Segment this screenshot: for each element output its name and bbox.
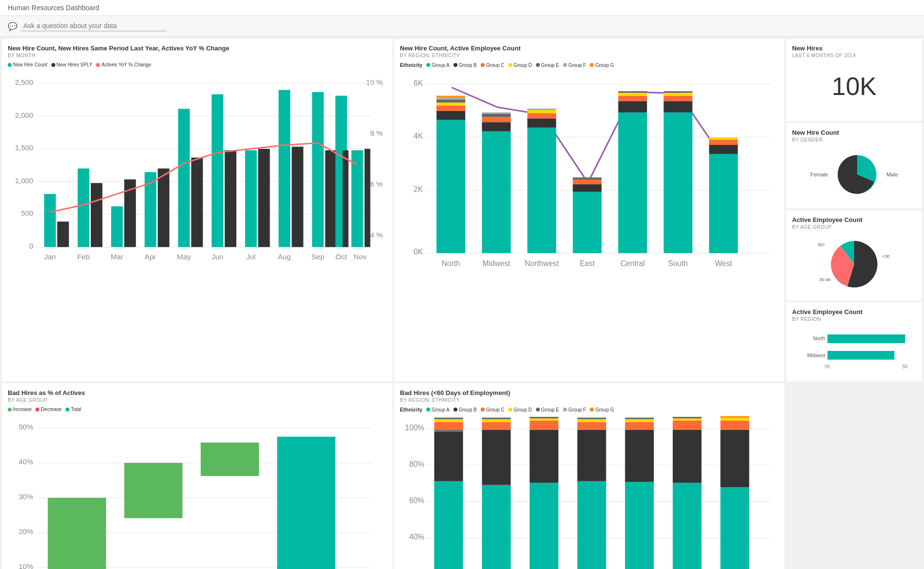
bm-group-f-dot [563,408,567,411]
qa-input[interactable] [21,21,167,32]
legend-bm-group-g: Group G [590,407,614,412]
svg-rect-17 [57,221,69,247]
svg-text:500: 500 [21,209,33,217]
right-column: New Hires LAST 6 MONTHS OF 2014 10K New … [786,39,922,381]
svg-rect-176 [720,416,749,418]
card-top-left-subtitle: BY MONTH [8,53,387,58]
svg-text:10%: 10% [19,562,33,569]
svg-rect-154 [529,421,558,430]
svg-text:Central: Central [620,259,645,268]
legend-bm-group-e: Group E [536,407,559,412]
svg-rect-61 [436,99,465,102]
svg-rect-106 [827,351,894,360]
svg-rect-175 [720,418,749,421]
svg-rect-83 [664,112,692,253]
top-mid-chart: 6K 4K 2K 0K [400,71,779,283]
top-mid-legend: Ethnicity Group A Group B Group C Group … [400,62,779,68]
female-label: Female [811,172,828,177]
svg-rect-165 [625,419,653,422]
svg-text:Northwest: Northwest [524,259,559,268]
svg-text:Sep: Sep [311,253,324,261]
svg-rect-104 [827,334,905,343]
group-c-dot [481,63,485,67]
svg-rect-75 [572,184,601,192]
legend-new-hire: New Hire Count [8,62,48,67]
svg-text:0K: 0K [413,248,423,256]
svg-text:4K: 4K [413,132,423,140]
svg-text:2,000: 2,000 [15,111,33,119]
card-region-subtitle: BY REGION [792,316,916,322]
svg-rect-26 [211,95,223,247]
legend-group-d: Group D [508,62,532,68]
bad-hires-pct-chart: 50% 40% 30% 20% 10% 0% <30 30-49 [8,415,387,569]
legend-yoy-label: Actives YoY % Change [101,62,151,67]
svg-rect-161 [577,418,606,419]
card-new-hire-count-by-month: New Hire Count, New Hires Same Period La… [2,39,392,381]
svg-rect-172 [720,487,749,569]
svg-rect-77 [572,177,601,180]
total-dot [65,408,69,411]
svg-text:1,500: 1,500 [15,143,33,152]
gender-pie-chart [833,150,881,199]
card-top-mid-subtitle: BY REGION, ETHNICITY [400,53,779,58]
decrease-dot [35,408,39,411]
svg-rect-157 [577,481,606,569]
legend-increase: Increase [8,407,32,412]
svg-text:Aug: Aug [278,253,291,261]
top-left-legend: New Hire Count New Hires SPLY Actives Yo… [8,62,387,67]
svg-text:30-49: 30-49 [819,277,830,282]
svg-text:Oct: Oct [336,253,347,261]
svg-text:Jun: Jun [211,253,223,261]
bottom-left-legend: Increase Decrease Total [8,407,387,412]
group-f-dot [563,63,567,67]
top-left-chart: 2,500 2,000 1,500 1,000 500 0 10 % 8 % 6… [8,70,387,274]
svg-text:1,000: 1,000 [15,176,33,185]
svg-rect-168 [672,430,701,483]
legend-bm-group-a: Group A [426,407,450,412]
card-active-by-region: Active Employee Count BY REGION North Mi… [786,302,922,381]
card-new-hire-by-gender: New Hire Count BY GENDER Female Male [786,123,922,208]
svg-text:60%: 60% [409,496,424,505]
svg-text:South: South [668,259,688,268]
legend-bm-group-c: Group C [481,407,504,412]
age-pie-container: 50+ <30 30-49 [792,234,916,295]
svg-text:West: West [714,259,732,268]
svg-rect-57 [436,120,465,253]
card-age-title: Active Employee Count [792,216,916,223]
svg-text:Midwest: Midwest [807,353,825,358]
app-title: Human Resources Dashboard [8,4,99,12]
total-label: Total [71,407,81,412]
svg-text:<30: <30 [882,254,890,259]
svg-rect-153 [529,430,558,483]
svg-rect-84 [664,101,692,112]
svg-text:40%: 40% [409,533,424,541]
new-hires-value: 10K [792,62,916,111]
bm-group-e-dot [536,408,540,411]
legend-group-e: Group E [536,62,559,68]
group-a-dot [426,63,430,67]
card-bottom-mid-title: Bad Hires (<60 Days of Employment) [400,389,779,396]
svg-rect-28 [245,150,257,247]
svg-rect-123 [201,443,259,476]
svg-text:50%: 50% [19,423,33,431]
svg-rect-141 [434,481,463,569]
svg-rect-167 [672,483,701,569]
svg-rect-170 [672,418,701,421]
card-bottom-left-subtitle: BY AGE GROUP [8,397,387,403]
legend-new-hire-label: New Hire Count [13,62,48,67]
svg-rect-65 [482,122,510,131]
increase-dot [8,408,12,411]
legend-group-g: Group G [590,62,614,68]
svg-text:6 %: 6 % [370,180,383,188]
svg-rect-151 [482,418,510,419]
svg-rect-159 [577,422,606,430]
age-pie-chart: 50+ <30 30-49 [815,237,893,291]
svg-rect-31 [292,147,303,247]
svg-text:10 %: 10 % [366,78,383,86]
svg-rect-73 [527,109,556,110]
svg-rect-143 [434,422,463,430]
svg-text:2K: 2K [413,185,423,193]
svg-text:2,500: 2,500 [15,78,33,86]
group-g-dot [590,63,594,67]
svg-rect-142 [434,430,463,481]
